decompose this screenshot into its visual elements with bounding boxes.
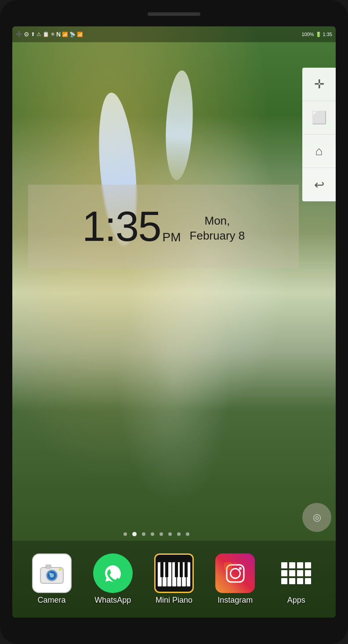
apps-dot-9 bbox=[281, 578, 287, 584]
apps-dot-7 bbox=[297, 570, 303, 576]
move-button[interactable]: ✛ bbox=[302, 68, 336, 101]
whatsapp-svg bbox=[100, 560, 126, 586]
instagram-svg bbox=[223, 561, 247, 586]
page-dot-2[interactable] bbox=[142, 532, 145, 536]
status-bar: ➕ ⚙ ⬆ ⚠ 📋 ✳ N 📶 📡 📶 100% 🔋 1:35 bbox=[12, 26, 336, 42]
svg-rect-24 bbox=[224, 562, 232, 570]
apps-dot-1 bbox=[281, 562, 287, 568]
apps-dot-4 bbox=[305, 562, 311, 568]
waterfall-stream-2 bbox=[163, 70, 195, 181]
minipiano-icon bbox=[154, 553, 194, 593]
status-wifi-icon: 📡 bbox=[69, 32, 76, 37]
apps-icon bbox=[276, 553, 316, 593]
move-icon: ✛ bbox=[314, 77, 324, 91]
camera-icon bbox=[32, 553, 72, 593]
status-alert1-icon: ⚠ bbox=[36, 31, 41, 37]
apps-grid bbox=[281, 562, 311, 584]
apps-label: Apps bbox=[287, 596, 305, 605]
scroll-icon: ◎ bbox=[313, 512, 321, 523]
svg-point-4 bbox=[49, 573, 51, 575]
apps-dot-10 bbox=[289, 578, 295, 584]
clock-time: 1:35 bbox=[82, 205, 161, 247]
page-dot-5[interactable] bbox=[168, 532, 172, 536]
dock: Camera WhatsApp bbox=[12, 541, 336, 618]
phone-device: ➕ ⚙ ⬆ ⚠ 📋 ✳ N 📶 📡 📶 100% 🔋 1:35 ✛ bbox=[0, 0, 348, 644]
status-signal1-icon: 📶 bbox=[62, 32, 68, 37]
status-signal2-icon: 📶 bbox=[77, 32, 83, 37]
page-dot-4[interactable] bbox=[160, 532, 163, 536]
page-dots bbox=[12, 532, 301, 536]
apps-dot-11 bbox=[297, 578, 303, 584]
dock-item-minipiano[interactable]: Mini Piano bbox=[148, 553, 200, 605]
apps-dot-2 bbox=[289, 562, 295, 568]
page-dot-6[interactable] bbox=[177, 532, 181, 536]
phone-speaker bbox=[148, 12, 200, 16]
status-alert2-icon: 📋 bbox=[43, 31, 49, 37]
control-sidebar: ✛ ⬜ ⌂ ↩ bbox=[302, 68, 336, 201]
back-button[interactable]: ↩ bbox=[302, 168, 336, 201]
status-nfc-icon: N bbox=[56, 31, 61, 38]
whatsapp-icon bbox=[93, 553, 133, 593]
instagram-icon bbox=[215, 553, 255, 593]
svg-rect-6 bbox=[59, 568, 62, 571]
svg-rect-20 bbox=[185, 562, 188, 577]
status-left-icons: ➕ ⚙ ⬆ ⚠ 📋 ✳ N 📶 📡 📶 bbox=[16, 31, 83, 38]
svg-rect-18 bbox=[175, 562, 178, 577]
scroll-indicator[interactable]: ◎ bbox=[302, 503, 331, 532]
dock-item-instagram[interactable]: Instagram bbox=[209, 553, 261, 605]
status-battery-icon: 🔋 bbox=[315, 32, 322, 37]
back-icon: ↩ bbox=[314, 178, 324, 192]
status-battery-percent: 100% bbox=[301, 32, 314, 37]
dock-item-whatsapp[interactable]: WhatsApp bbox=[87, 553, 139, 605]
camera-label: Camera bbox=[38, 596, 66, 605]
home-icon: ⌂ bbox=[315, 144, 323, 158]
clock-ampm: PM bbox=[163, 230, 181, 244]
svg-point-22 bbox=[230, 568, 240, 578]
svg-rect-19 bbox=[180, 562, 183, 577]
svg-point-23 bbox=[239, 567, 242, 570]
clock-widget: 1:35 PM Mon, February 8 bbox=[28, 185, 299, 268]
apps-dot-3 bbox=[297, 562, 303, 568]
apps-dot-8 bbox=[305, 570, 311, 576]
apps-dot-12 bbox=[305, 578, 311, 584]
status-right-icons: 100% 🔋 1:35 bbox=[301, 32, 332, 37]
svg-rect-25 bbox=[233, 562, 237, 566]
svg-rect-5 bbox=[46, 565, 51, 568]
camera-svg bbox=[39, 561, 65, 586]
tabs-button[interactable]: ⬜ bbox=[302, 101, 336, 135]
page-dot-0[interactable] bbox=[123, 532, 127, 536]
svg-rect-17 bbox=[165, 562, 168, 577]
status-widget-icon: ⚙ bbox=[24, 31, 29, 38]
page-dot-7[interactable] bbox=[186, 532, 189, 536]
home-button[interactable]: ⌂ bbox=[302, 135, 336, 168]
dock-item-camera[interactable]: Camera bbox=[25, 553, 78, 605]
phone-screen: ➕ ⚙ ⬆ ⚠ 📋 ✳ N 📶 📡 📶 100% 🔋 1:35 ✛ bbox=[12, 26, 336, 618]
status-time: 1:35 bbox=[323, 32, 332, 37]
status-bluetooth-icon: ✳ bbox=[51, 31, 55, 37]
dock-item-apps[interactable]: Apps bbox=[270, 553, 323, 605]
page-dot-1[interactable] bbox=[132, 532, 137, 536]
status-usb-icon: ⬆ bbox=[31, 31, 35, 37]
clock-date: Mon, February 8 bbox=[190, 214, 245, 244]
tabs-icon: ⬜ bbox=[312, 110, 327, 125]
clock-month-day: February 8 bbox=[190, 229, 245, 244]
status-plus-icon: ➕ bbox=[16, 31, 22, 37]
minipiano-label: Mini Piano bbox=[156, 596, 192, 605]
instagram-label: Instagram bbox=[218, 596, 253, 605]
whatsapp-label: WhatsApp bbox=[94, 596, 131, 605]
apps-dot-5 bbox=[281, 570, 287, 576]
piano-svg bbox=[157, 558, 191, 589]
clock-day: Mon, bbox=[190, 214, 245, 229]
svg-rect-16 bbox=[160, 562, 163, 577]
apps-dot-6 bbox=[289, 570, 295, 576]
page-dot-3[interactable] bbox=[151, 532, 154, 536]
wallpaper bbox=[12, 26, 336, 618]
